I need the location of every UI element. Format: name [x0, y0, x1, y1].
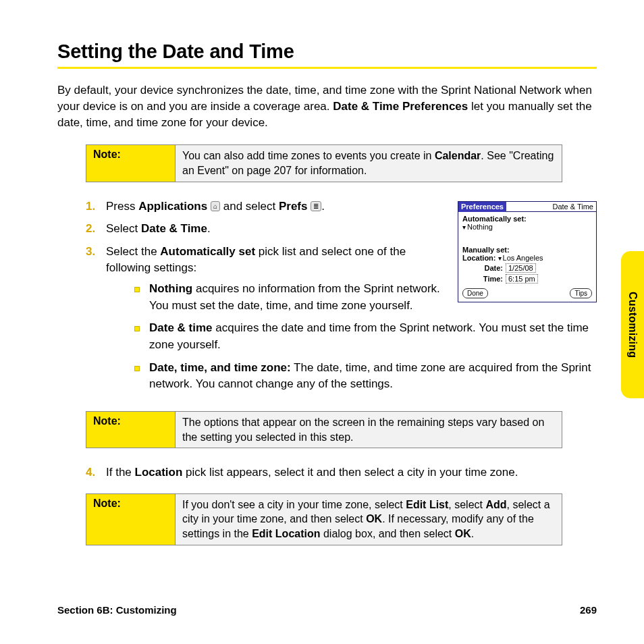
n3-b1: Edit List	[406, 499, 448, 510]
n3-p6: .	[471, 528, 474, 539]
s1-mid: and select	[223, 200, 279, 213]
note-body-2: The options that appear on the screen in…	[176, 412, 562, 448]
note-box-3: Note: If you don't see a city in your ti…	[86, 493, 562, 545]
steps-list: Press Applications ⌂ and select Prefs ≣.…	[57, 198, 597, 393]
bullet-1: Nothing acquires no information from the…	[134, 281, 597, 314]
b3-bold: Date, time, and time zone:	[149, 361, 291, 374]
page-footer: Section 6B: Customizing 269	[57, 604, 597, 616]
b2-text: acquires the date and time from the Spri…	[149, 321, 589, 351]
s1-post: .	[321, 200, 325, 213]
b1-bold: Nothing	[149, 282, 192, 295]
note-box-2: Note: The options that appear on the scr…	[86, 411, 562, 448]
note-box-1: Note: You can also add time zones to eve…	[86, 144, 562, 182]
b1-text: acquires no information from the Sprint …	[149, 282, 440, 312]
side-tab-label: Customizing	[626, 292, 639, 358]
s2-pre: Select	[106, 222, 141, 235]
page-heading: Setting the Date and Time	[57, 41, 597, 63]
n3-b4: Edit Location	[252, 528, 320, 539]
note-body-1: You can also add time zones to events yo…	[176, 145, 562, 181]
heading-rule	[57, 67, 597, 69]
n3-b2: Add	[485, 499, 506, 510]
s2-post: .	[207, 222, 211, 235]
intro-bold: Date & Time Preferences	[333, 100, 468, 113]
footer-section: Section 6B: Customizing	[57, 604, 177, 616]
step-3: Select the Automatically set pick list a…	[86, 244, 597, 393]
s1-pre: Press	[106, 200, 138, 213]
step-4: If the Location pick list appears, selec…	[86, 464, 597, 481]
note1-bold: Calendar	[435, 150, 481, 161]
n3-p5: dialog box, and then select	[321, 528, 455, 539]
note-label: Note:	[86, 145, 176, 181]
bullet-3: Date, time, and time zone: The date, tim…	[134, 360, 597, 393]
footer-page: 269	[580, 604, 597, 616]
intro-paragraph: By default, your device synchronizes the…	[57, 82, 597, 131]
step-2: Select Date & Time.	[86, 221, 597, 238]
prefs-icon: ≣	[311, 201, 321, 211]
s4-post: pick list appears, select it and then se…	[182, 466, 518, 479]
s4-pre: If the	[106, 466, 135, 479]
b2-bold: Date & time	[149, 321, 213, 334]
s4-b1: Location	[135, 466, 183, 479]
s2-b1: Date & Time	[141, 222, 207, 235]
s1-b2: Prefs	[279, 200, 308, 213]
note1-pre: You can also add time zones to events yo…	[182, 150, 435, 161]
home-icon: ⌂	[211, 201, 220, 211]
n3-p2: , select	[448, 499, 485, 510]
steps-list-2: If the Location pick list appears, selec…	[57, 464, 597, 481]
step-1: Press Applications ⌂ and select Prefs ≣.	[86, 198, 597, 215]
note-label-2: Note:	[86, 412, 176, 448]
s1-b1: Applications	[138, 200, 207, 213]
n3-b3: OK	[366, 513, 382, 525]
bullet-2: Date & time acquires the date and time f…	[134, 320, 597, 353]
bullets-list: Nothing acquires no information from the…	[106, 281, 597, 393]
side-tab: Customizing	[621, 251, 644, 398]
n3-b5: OK	[455, 528, 471, 539]
n3-p1: If you don't see a city in your time zon…	[182, 499, 406, 510]
s3-b1: Automatically set	[160, 245, 255, 258]
note-body-3: If you don't see a city in your time zon…	[176, 494, 562, 545]
s3-pre: Select the	[106, 245, 160, 258]
note-label-3: Note:	[86, 494, 176, 545]
